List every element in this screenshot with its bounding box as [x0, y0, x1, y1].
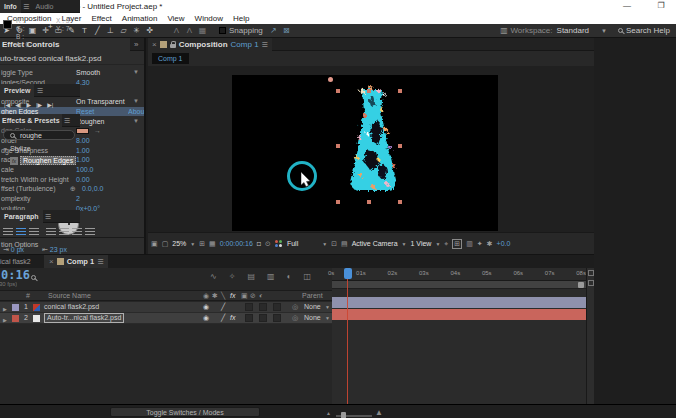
hide-shy-layers-icon[interactable]: ▤	[247, 272, 255, 281]
panel-menu-icon[interactable]: ☰	[23, 0, 29, 13]
timeline-zoom-slider-handle[interactable]	[341, 412, 346, 418]
property-value-dropdown[interactable]: Smooth	[76, 68, 100, 78]
property-value[interactable]: 2	[76, 194, 80, 204]
property-row-offset-turbulence[interactable]: ffset (Turbulence) ⊕ 0.0,0.0	[0, 184, 146, 194]
layer-quality-toggle[interactable]: ╱	[221, 313, 225, 323]
brush-tool-icon[interactable]: ╱	[91, 24, 104, 37]
toggle-switches-modes-button[interactable]: Toggle Switches / Modes	[110, 407, 260, 417]
menu-window[interactable]: Window	[195, 13, 223, 24]
time-ruler[interactable]: 0s 01s 02s 03s 04s 05s 06s 07s 08s	[332, 268, 586, 281]
switch-cell[interactable]	[259, 314, 267, 322]
preview-monitor-icon[interactable]: ▣	[151, 240, 158, 248]
panel-menu-icon[interactable]: ☰	[45, 210, 51, 223]
switch-cell[interactable]	[245, 303, 253, 311]
show-channels-icon[interactable]	[275, 240, 283, 248]
next-frame-button[interactable]: |▶	[36, 101, 42, 108]
color-swatch[interactable]	[76, 128, 89, 134]
pixel-aspect-icon[interactable]: ⌖	[444, 240, 448, 248]
selection-handle[interactable]	[398, 89, 402, 93]
snapshot-icon[interactable]: ◘	[257, 240, 261, 247]
timeline-search[interactable]	[28, 273, 39, 282]
selection-handle[interactable]	[367, 200, 371, 204]
close-tab-icon[interactable]: ×	[49, 255, 54, 268]
switch-cell[interactable]	[259, 303, 267, 311]
menu-composition[interactable]: Composition	[7, 13, 51, 24]
property-row-wiggle-type[interactable]: iggle Type Smooth ▼	[0, 68, 146, 78]
layer-eye-toggle[interactable]: ◉	[203, 313, 209, 323]
composition-viewer[interactable]	[148, 66, 594, 232]
property-value[interactable]: 0.0,0.0	[82, 184, 103, 194]
workspace-dropdown-icon[interactable]: ▼	[601, 28, 607, 34]
switch-cell[interactable]	[245, 314, 253, 322]
playhead-marker[interactable]	[344, 268, 352, 279]
snapping-toggle[interactable]	[219, 27, 226, 34]
tab-effects-presets[interactable]: Effects & Presets	[0, 114, 62, 127]
layer-name[interactable]: conical flask2.psd	[44, 302, 99, 312]
toggle-mask-path-icon[interactable]: ▦	[209, 240, 216, 248]
panel-menu-icon[interactable]: ☰	[37, 84, 43, 97]
justify-last-right-icon[interactable]	[72, 228, 80, 236]
menu-effect[interactable]: Effect	[91, 13, 111, 24]
layer-name-editing[interactable]: Auto-tr...nical flask2.psd	[44, 313, 124, 323]
anchor-point[interactable]	[328, 77, 333, 82]
comp-subtab[interactable]: Comp 1	[152, 53, 189, 64]
tab-preview[interactable]: Preview	[0, 84, 34, 97]
clone-stamp-tool-icon[interactable]: ⊥	[104, 24, 117, 37]
timeline-tab-comp1[interactable]: × Comp 1 ☰	[44, 255, 108, 268]
minimize-button[interactable]: —	[618, 0, 636, 12]
property-value-dropdown[interactable]: Roughen	[76, 117, 104, 127]
property-row-complexity[interactable]: omplexity 2	[0, 194, 146, 204]
property-value[interactable]: 0.00	[76, 175, 90, 185]
panel-collapse-icon[interactable]: »	[134, 38, 138, 51]
selection-handle[interactable]	[398, 200, 402, 204]
view-dropdown-icon[interactable]: ▼	[435, 241, 440, 247]
prev-frame-button[interactable]: ◀|	[15, 101, 21, 108]
layer-expander-icon[interactable]: ▶	[3, 315, 7, 325]
exposure-value[interactable]: +0.0	[497, 240, 511, 247]
misc-tool-icon-2[interactable]: Λ	[183, 24, 196, 37]
selection-handle[interactable]	[336, 144, 340, 148]
timeline-graph-area[interactable]: 0s 01s 02s 03s 04s 05s 06s 07s 08s	[332, 268, 586, 405]
play-button[interactable]: ▶	[26, 101, 31, 108]
eraser-tool-icon[interactable]: ▱	[117, 24, 130, 37]
tab-info[interactable]: Info	[0, 0, 21, 13]
zoom-out-mountain-icon[interactable]: ▲	[326, 410, 331, 416]
selection-handle[interactable]	[336, 200, 340, 204]
misc-tool-icon-3[interactable]: ▦	[196, 24, 209, 37]
layer-bar-2[interactable]	[332, 309, 586, 320]
property-value[interactable]: 1.00	[76, 155, 90, 165]
selection-handle[interactable]	[367, 89, 371, 93]
property-value-dropdown[interactable]: On Transparent	[76, 97, 125, 107]
timeline-tab-prev[interactable]: ical flask2	[0, 255, 36, 268]
work-area-end-handle[interactable]	[578, 282, 584, 288]
parent-pickwhip-icon[interactable]: ◎	[292, 302, 298, 312]
comp-marker-bin-icon[interactable]	[588, 270, 594, 276]
reset-exposure-icon[interactable]: ✱	[487, 240, 493, 248]
offset-crosshair-icon[interactable]: ⊕	[70, 184, 76, 194]
dropdown-icon[interactable]: ▼	[133, 68, 139, 78]
resolution-dropdown-icon[interactable]: ▼	[322, 241, 327, 247]
camera-select[interactable]: Active Camera	[352, 240, 398, 247]
magnification-dropdown-icon[interactable]: ▼	[190, 241, 195, 247]
menu-animation[interactable]: Animation	[122, 13, 158, 24]
puppet-pin-tool-icon[interactable]: ✜	[143, 24, 156, 37]
transparency-grid-icon[interactable]: ▤	[341, 240, 348, 248]
choose-grid-guides-icon[interactable]: ⊞	[199, 240, 205, 248]
property-row-stretch[interactable]: tretch Width or Height 0.00	[0, 175, 146, 185]
tab-paragraph[interactable]: Paragraph	[0, 210, 43, 223]
camera-dropdown-icon[interactable]: ▼	[402, 241, 407, 247]
property-value[interactable]: 100.0	[76, 165, 94, 175]
property-value[interactable]: 1.00	[76, 146, 90, 156]
category-expander-icon[interactable]: ▼	[3, 146, 8, 152]
view-layout-select[interactable]: 1 View	[411, 240, 432, 247]
align-left-icon[interactable]	[3, 228, 13, 236]
dropdown-icon[interactable]: ▼	[133, 117, 139, 127]
align-center-icon[interactable]	[16, 228, 26, 236]
motion-blur-icon[interactable]: ◐	[287, 272, 292, 281]
composition-tab[interactable]: × Composition Comp 1 ☰	[148, 38, 272, 51]
panel-menu-icon[interactable]: ☰	[97, 255, 103, 268]
property-value[interactable]: 8.00	[76, 136, 90, 146]
maximize-button[interactable]: ❐	[652, 0, 670, 12]
layer-fx-badge[interactable]: fx	[230, 313, 235, 323]
right-indent-field[interactable]: ⇤ 23 px	[42, 246, 67, 254]
